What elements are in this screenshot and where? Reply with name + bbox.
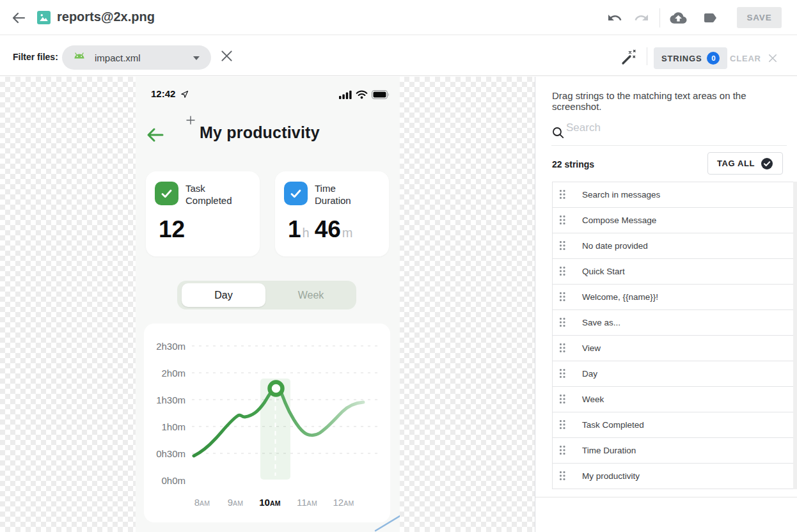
save-button[interactable]: SAVE <box>737 7 782 28</box>
strings-label: STRINGS <box>661 54 702 63</box>
battery-icon <box>372 90 390 102</box>
drag-handle-icon[interactable] <box>560 241 565 251</box>
y-tick: 2h30m <box>150 341 185 352</box>
title-bar: reports@2x.png SAVE <box>0 0 797 35</box>
file-filter-chip[interactable]: impact.xml <box>62 45 211 70</box>
card-label: Time Duration <box>315 182 351 207</box>
cellular-signal-icon <box>339 90 352 102</box>
clear-filter-button[interactable] <box>220 50 233 63</box>
x-tick-active: 10AM <box>259 497 281 508</box>
strings-list: Search in messages Compose Message No da… <box>552 182 794 489</box>
phone-back-arrow-icon <box>145 126 164 146</box>
y-tick: 0h30m <box>150 448 185 459</box>
tag-all-button[interactable]: TAG ALL <box>707 152 783 175</box>
filter-bar: Filter files: impact.xml STRINGS 0 <box>0 36 797 76</box>
page-title: reports@2x.png <box>57 10 155 24</box>
redo-icon <box>634 10 649 26</box>
x-tick: 9AM <box>228 497 244 508</box>
tag-marker-plus-icon <box>185 115 196 128</box>
y-tick: 1h30m <box>150 395 185 405</box>
strings-count-badge: 0 <box>707 52 720 65</box>
drag-handle-icon[interactable] <box>560 395 565 404</box>
tag-icon <box>702 10 718 26</box>
string-row[interactable]: Week <box>553 387 793 412</box>
strings-toggle-button[interactable]: STRINGS 0 <box>654 47 727 69</box>
task-completed-card: Task Completed 12 <box>146 171 260 256</box>
android-icon <box>73 52 86 65</box>
y-tick: 1h0m <box>150 421 185 432</box>
productivity-chart-card: 2h30m 2h0m 1h30m 1h0m 0h30m 0h0m 8AM 9AM… <box>144 324 390 522</box>
x-tick: 11AM <box>297 497 317 508</box>
string-row[interactable]: Task Completed <box>553 412 793 438</box>
location-arrow-icon <box>180 90 189 101</box>
close-icon <box>768 54 777 63</box>
search-input[interactable] <box>566 121 771 134</box>
search-icon <box>552 127 564 141</box>
panel-instruction: Drag strings to the matching text areas … <box>552 90 789 112</box>
string-row[interactable]: Save as... <box>553 310 793 336</box>
drag-handle-icon[interactable] <box>560 292 565 302</box>
filterbar-divider <box>647 47 647 65</box>
drag-handle-icon[interactable] <box>560 215 565 225</box>
string-row[interactable]: My productivity <box>553 464 793 489</box>
string-row[interactable]: Welcome, {{name}}! <box>553 285 793 310</box>
drag-handle-icon[interactable] <box>560 343 565 353</box>
phone-screen-title: My productivity <box>200 123 320 142</box>
file-filter-value: impact.xml <box>95 52 141 63</box>
card-label: Task Completed <box>185 182 232 207</box>
status-time: 12:42 <box>151 88 175 99</box>
strings-count-label: 22 strings <box>552 159 594 169</box>
drag-handle-icon[interactable] <box>560 190 565 199</box>
drag-handle-icon[interactable] <box>560 318 565 327</box>
close-icon <box>221 50 233 62</box>
clear-label: CLEAR <box>730 54 761 63</box>
tag-button[interactable] <box>702 10 718 26</box>
day-week-toggle: Day Week <box>177 281 356 309</box>
decorative-blue-line <box>369 513 400 532</box>
drag-handle-icon[interactable] <box>560 267 565 276</box>
redo-button[interactable] <box>633 10 650 26</box>
string-row[interactable]: Search in messages <box>553 182 793 208</box>
string-row[interactable]: Day <box>553 361 793 387</box>
search-underline <box>551 145 787 146</box>
string-row[interactable]: Compose Message <box>553 208 793 233</box>
y-tick: 0h0m <box>150 475 185 486</box>
string-row[interactable]: No date provided <box>553 233 793 259</box>
toggle-week: Week <box>265 281 356 309</box>
toolbar-divider <box>659 8 660 27</box>
filter-files-label: Filter files: <box>13 52 58 62</box>
cloud-upload-icon <box>670 10 687 26</box>
back-arrow-icon <box>11 10 26 26</box>
string-row[interactable]: View <box>553 336 793 361</box>
chart-marker <box>270 382 283 395</box>
wifi-icon <box>356 90 368 102</box>
card-value: 1h 46m <box>288 216 354 243</box>
undo-icon <box>607 10 622 26</box>
drag-handle-icon[interactable] <box>560 471 565 481</box>
strings-panel: Drag strings to the matching text areas … <box>535 77 797 532</box>
y-tick: 2h0m <box>150 368 185 379</box>
time-duration-card: Time Duration 1h 46m <box>275 171 389 256</box>
drag-handle-icon[interactable] <box>560 369 565 379</box>
toggle-day: Day <box>182 283 265 307</box>
panel-divider <box>535 497 797 497</box>
drag-handle-icon[interactable] <box>560 420 565 430</box>
screenshot-preview[interactable]: 12:42 M <box>136 77 400 532</box>
string-row[interactable]: Quick Start <box>553 259 793 285</box>
x-tick: 12AM <box>333 497 354 508</box>
string-row[interactable]: Time Duration <box>553 438 793 464</box>
image-file-icon <box>37 11 51 27</box>
check-circle-icon <box>761 157 773 170</box>
scrollbar-track[interactable] <box>793 182 797 489</box>
back-button[interactable] <box>11 10 26 26</box>
magic-wand-icon <box>620 49 638 66</box>
auto-tag-button[interactable] <box>620 49 638 66</box>
chevron-down-icon <box>193 56 200 60</box>
check-icon <box>155 182 178 205</box>
drag-handle-icon[interactable] <box>560 446 565 455</box>
undo-button[interactable] <box>606 10 623 26</box>
card-value: 12 <box>159 216 185 243</box>
upload-button[interactable] <box>669 10 687 26</box>
check-icon <box>284 182 308 205</box>
clear-tags-button[interactable]: CLEAR <box>730 47 777 69</box>
